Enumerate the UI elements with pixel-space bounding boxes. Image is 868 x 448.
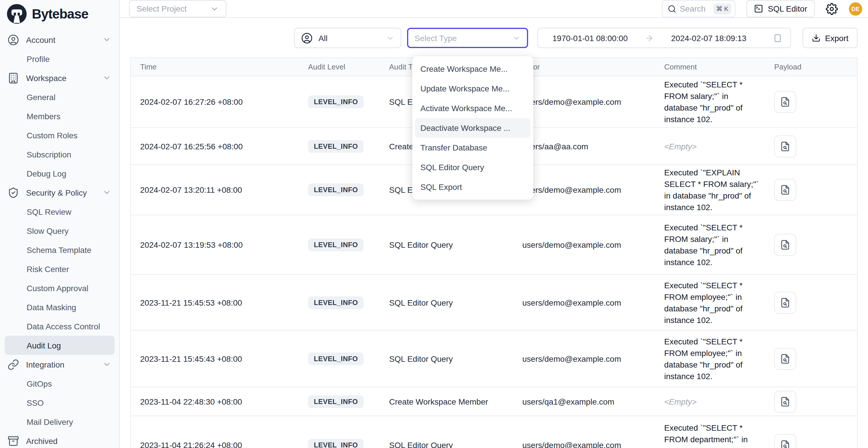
table-row: 2023-11-21 15:45:53 +08:00 LEVEL_INFO SQ… <box>131 275 857 330</box>
cell-actor: users/demo@example.com <box>513 440 655 448</box>
sidebar-item-custom-roles[interactable]: Custom Roles <box>5 126 115 145</box>
sidebar-item-data-access-control[interactable]: Data Access Control <box>5 317 115 336</box>
arrow-right-icon <box>645 33 654 42</box>
avatar[interactable]: DE <box>849 2 862 15</box>
payload-view-button[interactable] <box>774 135 796 157</box>
sidebar-group-account[interactable]: Account <box>0 30 119 49</box>
cell-actor: users/demo@example.com <box>513 240 655 250</box>
topbar: Select Project Search ⌘ K SQL Editor DE <box>120 0 868 18</box>
sidebar-item-mail-delivery[interactable]: Mail Delivery <box>5 412 115 431</box>
cell-comment: Executed `"SELECT * FROM salary;"` in da… <box>655 79 765 125</box>
cell-comment: Executed `"SELECT * FROM salary;"` in da… <box>655 222 765 268</box>
sidebar-item-debug-log[interactable]: Debug Log <box>5 164 115 183</box>
search-placeholder: Search <box>680 4 710 13</box>
chevron-down-icon <box>102 73 111 82</box>
menu-item-sql-export[interactable]: SQL Export <box>412 177 533 197</box>
sidebar-item-data-masking[interactable]: Data Masking <box>5 297 115 317</box>
menu-item-activate-workspace-member[interactable]: Activate Workspace Me... <box>412 98 533 118</box>
table-row: 2024-02-07 13:19:53 +08:00 LEVEL_INFO SQ… <box>131 215 857 275</box>
cell-actor: users/qa1@example.com <box>513 397 655 406</box>
payload-view-button[interactable] <box>774 390 796 412</box>
sql-editor-label: SQL Editor <box>768 4 807 13</box>
filter-bar: All Select Type 1970-01-01 08:00:00 2024… <box>130 28 858 48</box>
cell-time: 2024-02-07 16:25:56 +08:00 <box>131 141 299 151</box>
audit-level-badge: LEVEL_INFO <box>308 439 364 448</box>
file-search-icon <box>780 239 790 250</box>
type-filter-dropdown[interactable]: Select Type <box>407 28 528 48</box>
file-search-icon <box>780 297 790 308</box>
menu-item-transfer-database[interactable]: Transfer Database <box>412 138 533 157</box>
gear-icon[interactable] <box>826 3 838 15</box>
audit-level-badge: LEVEL_INFO <box>308 352 364 365</box>
payload-view-button[interactable] <box>774 348 796 370</box>
payload-view-button[interactable] <box>774 434 796 448</box>
sidebar-item-sql-review[interactable]: SQL Review <box>5 202 115 221</box>
sidebar-group-label: Archived <box>26 436 111 445</box>
payload-view-button[interactable] <box>774 179 796 201</box>
cell-comment: Executed `"SELECT * FROM department;"` i… <box>655 422 765 448</box>
cell-actor: users/demo@example.com <box>513 97 655 106</box>
sidebar-item-subscription[interactable]: Subscription <box>5 145 115 164</box>
sidebar-group-security-policy[interactable]: Security & Policy <box>0 183 119 202</box>
cell-time: 2023-11-21 15:45:53 +08:00 <box>131 298 299 307</box>
payload-view-button[interactable] <box>774 234 796 256</box>
actor-filter-dropdown[interactable]: All <box>294 28 401 48</box>
cell-time: 2024-02-07 13:20:11 +08:00 <box>131 185 299 194</box>
chevron-down-icon <box>210 4 219 13</box>
cell-actor: users/demo@example.com <box>513 354 655 363</box>
sidebar-group-workspace[interactable]: Workspace <box>0 68 119 87</box>
date-range-picker[interactable]: 1970-01-01 08:00:00 2024-02-07 18:09:13 <box>537 28 791 48</box>
archive-icon <box>7 435 19 447</box>
export-button[interactable]: Export <box>803 28 858 48</box>
cell-comment: <Empty> <box>655 140 765 152</box>
menu-item-update-workspace-member[interactable]: Update Workspace Me... <box>412 79 533 98</box>
file-search-icon <box>780 440 790 448</box>
bytebase-logo-icon <box>7 4 27 24</box>
sql-editor-button[interactable]: SQL Editor <box>746 0 815 18</box>
file-search-icon <box>780 353 790 364</box>
date-end-value: 2024-02-07 18:09:13 <box>671 33 746 42</box>
cell-time: 2023-11-04 21:26:24 +08:00 <box>131 440 299 448</box>
sidebar-item-audit-log[interactable]: Audit Log <box>5 336 115 355</box>
sidebar-item-members[interactable]: Members <box>5 106 115 126</box>
export-label: Export <box>825 33 848 42</box>
file-search-icon <box>780 141 790 151</box>
file-search-icon <box>780 97 790 107</box>
sidebar-item-profile[interactable]: Profile <box>5 49 115 68</box>
select-project-dropdown[interactable]: Select Project <box>129 0 226 18</box>
menu-item-sql-editor-query[interactable]: SQL Editor Query <box>412 157 533 177</box>
payload-view-button[interactable] <box>774 291 796 313</box>
sidebar-item-gitops[interactable]: GitOps <box>5 374 115 393</box>
audit-level-badge: LEVEL_INFO <box>308 395 364 408</box>
menu-item-create-workspace-member[interactable]: Create Workspace Me... <box>412 59 533 79</box>
file-search-icon <box>780 185 790 195</box>
chevron-down-icon <box>386 34 394 42</box>
bytebase-logo[interactable]: Bytebase <box>0 0 119 28</box>
sidebar-item-risk-center[interactable]: Risk Center <box>5 259 115 279</box>
sidebar-item-general[interactable]: General <box>5 87 115 106</box>
date-start-value: 1970-01-01 08:00:00 <box>552 33 628 42</box>
calendar-icon <box>773 33 782 42</box>
sidebar-group-archived[interactable]: Archived <box>0 431 119 448</box>
sidebar-group-integration[interactable]: Integration <box>0 355 119 374</box>
audit-level-badge: LEVEL_INFO <box>308 184 364 196</box>
col-header-time: Time <box>131 63 299 71</box>
sidebar: Bytebase Account Profile Workspace Gener… <box>0 0 120 448</box>
type-filter-menu: Create Workspace Me... Update Workspace … <box>412 56 533 200</box>
sidebar-item-slow-query[interactable]: Slow Query <box>5 221 115 240</box>
cell-audit-type: SQL Editor Query <box>380 354 513 363</box>
audit-level-badge: LEVEL_INFO <box>308 96 364 108</box>
payload-view-button[interactable] <box>774 91 796 113</box>
bytebase-app: Bytebase Account Profile Workspace Gener… <box>0 0 868 448</box>
sidebar-group-label: Workspace <box>26 73 96 83</box>
sidebar-item-schema-template[interactable]: Schema Template <box>5 240 115 259</box>
sidebar-item-sso[interactable]: SSO <box>5 393 115 412</box>
cell-time: 2024-02-07 13:19:53 +08:00 <box>131 240 299 250</box>
search-input[interactable]: Search ⌘ K <box>662 0 735 18</box>
menu-item-deactivate-workspace-member[interactable]: Deactivate Workspace ... <box>415 118 530 138</box>
table-row: 2023-11-21 15:45:43 +08:00 LEVEL_INFO SQ… <box>131 330 857 387</box>
sidebar-item-custom-approval[interactable]: Custom Approval <box>5 279 115 297</box>
audit-level-badge: LEVEL_INFO <box>308 296 364 309</box>
chevron-down-icon <box>102 360 111 369</box>
cell-time: 2023-11-21 15:45:43 +08:00 <box>131 354 299 363</box>
